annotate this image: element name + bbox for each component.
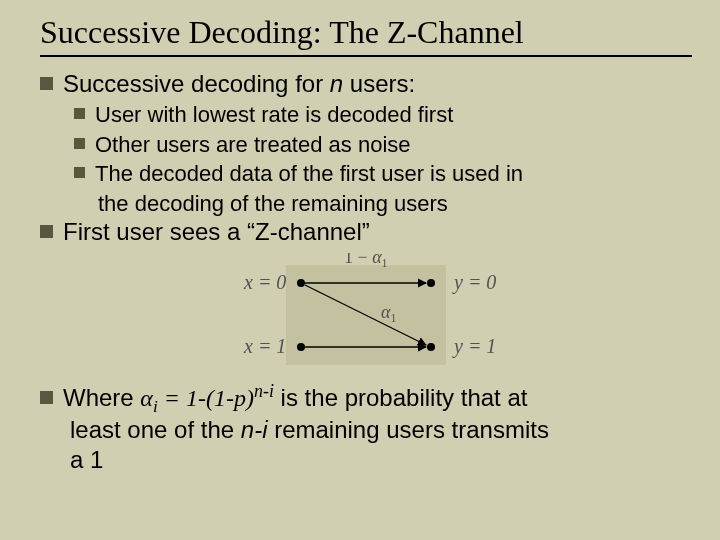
slide-title: Successive Decoding: The Z-Channel xyxy=(40,14,692,57)
svg-point-4 xyxy=(427,343,435,351)
square-bullet-icon xyxy=(74,138,85,149)
b3-l2-pre: least one of the xyxy=(70,416,241,443)
b1b-text: Other users are treated as noise xyxy=(95,131,411,159)
bullet-1a: User with lowest rate is decoded first xyxy=(74,101,692,129)
bullet-3: Where αi = 1-(1-p)n-i is the probability… xyxy=(40,383,692,413)
b3-pre: Where xyxy=(63,384,140,411)
svg-text:y = 1: y = 1 xyxy=(452,335,496,358)
b1c-text-l1: The decoded data of the first user is us… xyxy=(95,160,523,188)
square-bullet-icon xyxy=(40,77,53,90)
bullet-2: First user sees a “Z-channel” xyxy=(40,217,692,247)
b3-mid: is the probability that at xyxy=(274,384,527,411)
b3-alpha: α xyxy=(140,385,153,411)
b1-text-post: users: xyxy=(343,70,415,97)
bullet-3-cont2: a 1 xyxy=(70,445,692,475)
b1-n: n xyxy=(330,70,343,97)
z-channel-diagram: x = 0 x = 1 y = 0 y = 1 1 − α1 α1 xyxy=(40,253,692,373)
bullet-1c-cont: the decoding of the remaining users xyxy=(98,190,692,218)
b3-l2-ital: n-i xyxy=(241,416,268,443)
svg-point-1 xyxy=(297,279,305,287)
svg-point-3 xyxy=(297,343,305,351)
svg-text:x = 1: x = 1 xyxy=(243,335,286,357)
b3-l2-post: remaining users transmits xyxy=(267,416,548,443)
square-bullet-icon xyxy=(74,167,85,178)
svg-point-2 xyxy=(427,279,435,287)
bullet-1: Successive decoding for n users: xyxy=(40,69,692,99)
svg-text:x = 0: x = 0 xyxy=(243,271,286,293)
b3-eq: = 1-(1-p) xyxy=(158,385,254,411)
svg-text:y = 0: y = 0 xyxy=(452,271,496,294)
b3-sup: n-i xyxy=(254,381,274,401)
b1a-text: User with lowest rate is decoded first xyxy=(95,101,453,129)
square-bullet-icon xyxy=(40,391,53,404)
b3-l3: a 1 xyxy=(70,446,103,473)
square-bullet-icon xyxy=(40,225,53,238)
bullet-1b: Other users are treated as noise xyxy=(74,131,692,159)
bullet-1c: The decoded data of the first user is us… xyxy=(74,160,692,188)
bullet-3-cont1: least one of the n-i remaining users tra… xyxy=(70,415,692,445)
b1c-text-l2: the decoding of the remaining users xyxy=(98,191,448,216)
b1-text-pre: Successive decoding for xyxy=(63,70,330,97)
square-bullet-icon xyxy=(74,108,85,119)
b2-text: First user sees a “Z-channel” xyxy=(63,217,370,247)
